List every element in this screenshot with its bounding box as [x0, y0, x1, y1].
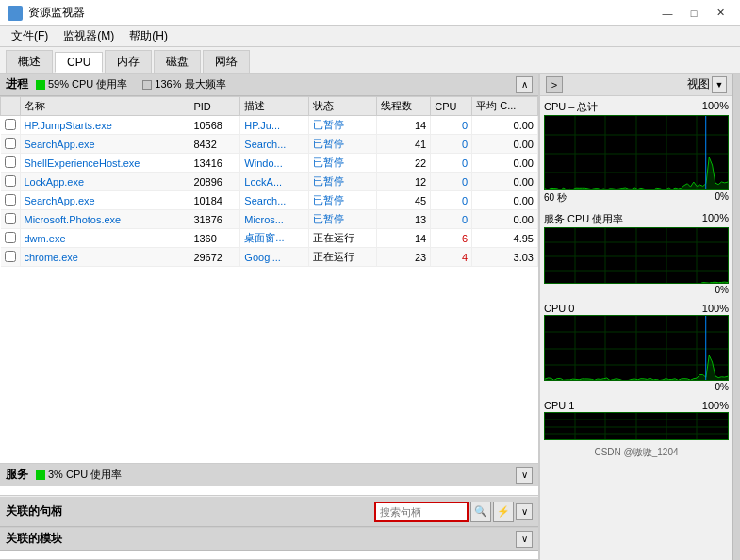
tab-memory[interactable]: 内存 — [105, 50, 152, 73]
service-cpu-graph — [544, 227, 729, 284]
row-cpu: 0 — [431, 154, 472, 173]
service-cpu-label: 服务 CPU 使用率 — [544, 212, 623, 226]
row-checkbox-cell — [1, 154, 21, 173]
maximize-button[interactable]: □ — [682, 4, 706, 23]
cpu1-percent: 100% — [702, 400, 729, 411]
handles-collapse-btn[interactable]: ∨ — [516, 503, 533, 520]
col-name[interactable]: 名称 — [20, 97, 189, 116]
row-desc: Search... — [240, 191, 308, 210]
process-title: 进程 — [6, 76, 28, 92]
service-cpu-label-row: 服务 CPU 使用率 100% — [544, 212, 729, 226]
view-label: 视图 — [687, 76, 710, 92]
services-title: 服务 — [6, 467, 28, 483]
table-row[interactable]: Microsoft.Photos.exe 31876 Micros... 已暂停… — [1, 210, 538, 229]
row-checkbox-cell — [1, 135, 21, 154]
row-checkbox-cell — [1, 229, 21, 248]
service-cpu-section: 服务 CPU 使用率 100% 0% — [540, 212, 732, 303]
cpu0-label-row: CPU 0 100% — [544, 303, 729, 314]
view-dropdown-button[interactable]: ▼ — [712, 76, 727, 93]
table-row[interactable]: LockApp.exe 20896 LockA... 已暂停 12 0 0.00 — [1, 173, 538, 191]
row-threads: 13 — [376, 210, 430, 229]
handles-header: 关联的句柄 🔍 ⚡ ∨ — [0, 496, 538, 527]
row-checkbox[interactable] — [5, 194, 16, 206]
col-cpu[interactable]: CPU — [431, 97, 472, 116]
table-row[interactable]: ShellExperienceHost.exe 13416 Windo... 已… — [1, 154, 538, 173]
table-row[interactable]: HP.JumpStarts.exe 10568 HP.Ju... 已暂停 14 … — [1, 116, 538, 135]
tab-cpu[interactable]: CPU — [55, 52, 103, 73]
col-status[interactable]: 状态 — [308, 97, 376, 116]
process-table: 名称 PID 描述 状态 线程数 CPU 平均 C... HP.JumpStar… — [0, 96, 538, 267]
tab-disk[interactable]: 磁盘 — [154, 50, 201, 73]
services-collapse-btn[interactable]: ∨ — [516, 467, 533, 484]
row-checkbox[interactable] — [5, 156, 16, 168]
tab-overview[interactable]: 概述 — [6, 50, 53, 73]
modules-section: 关联的模块 ∨ — [0, 528, 538, 560]
row-name: SearchApp.exe — [20, 135, 189, 154]
menu-help[interactable]: 帮助(H) — [122, 26, 175, 46]
row-checkbox[interactable] — [5, 232, 16, 243]
close-button[interactable]: ✕ — [708, 4, 732, 23]
right-scrollbar[interactable] — [732, 74, 740, 560]
row-checkbox-cell — [1, 116, 21, 135]
table-row[interactable]: chrome.exe 29672 Googl... 正在运行 23 4 3.03 — [1, 248, 538, 267]
service-cpu-canvas — [545, 228, 728, 284]
expand-button[interactable]: > — [546, 76, 563, 93]
col-checkbox — [1, 97, 21, 116]
main-layout: 进程 59% CPU 使用率 136% 最大频率 ∧ 名称 — [0, 74, 740, 560]
row-checkbox[interactable] — [5, 138, 16, 149]
tab-bar: 概述 CPU 内存 磁盘 网络 — [0, 47, 740, 74]
row-pid: 1360 — [189, 229, 240, 248]
row-avgcpu: 0.00 — [472, 173, 538, 191]
row-threads: 23 — [376, 248, 430, 267]
minimize-button[interactable]: — — [655, 4, 680, 23]
watermark-container: CSDN @嗷嗷_1204 — [540, 444, 732, 461]
row-checkbox[interactable] — [5, 213, 16, 224]
table-row[interactable]: dwm.exe 1360 桌面窗... 正在运行 14 6 4.95 — [1, 229, 538, 248]
row-cpu: 0 — [431, 173, 472, 191]
handles-search-button[interactable]: 🔍 — [470, 502, 491, 522]
handles-refresh-button[interactable]: ⚡ — [493, 502, 514, 522]
col-desc[interactable]: 描述 — [240, 97, 308, 116]
modules-title: 关联的模块 — [6, 531, 62, 547]
modules-collapse-btn[interactable]: ∨ — [516, 531, 533, 548]
row-checkbox[interactable] — [5, 175, 16, 187]
row-name: chrome.exe — [20, 248, 189, 267]
menu-file[interactable]: 文件(F) — [4, 26, 56, 46]
row-status: 正在运行 — [308, 248, 376, 267]
row-pid: 8432 — [189, 135, 240, 154]
max-freq-badge: 136% 最大频率 — [142, 77, 225, 91]
row-status: 已暂停 — [308, 173, 376, 191]
row-name: LockApp.exe — [20, 173, 189, 191]
row-avgcpu: 0.00 — [472, 210, 538, 229]
right-top-bar: > 视图 ▼ — [540, 74, 732, 96]
row-threads: 12 — [376, 173, 430, 191]
row-desc: HP.Ju... — [240, 116, 308, 135]
process-collapse-btn[interactable]: ∧ — [516, 76, 533, 93]
row-cpu: 0 — [431, 135, 472, 154]
services-cpu-badge: 3% CPU 使用率 — [36, 468, 122, 482]
cpu-total-graph — [544, 115, 729, 190]
tab-network[interactable]: 网络 — [203, 50, 250, 73]
row-avgcpu: 0.00 — [472, 116, 538, 135]
menu-bar: 文件(F) 监视器(M) 帮助(H) — [0, 26, 740, 47]
handles-search-wrapper: 🔍 ⚡ ∨ — [374, 502, 533, 522]
cpu0-time-row: 0% — [544, 382, 729, 392]
table-row[interactable]: SearchApp.exe 10184 Search... 已暂停 45 0 0… — [1, 191, 538, 210]
col-threads[interactable]: 线程数 — [376, 97, 430, 116]
row-checkbox-cell — [1, 191, 21, 210]
col-pid[interactable]: PID — [189, 97, 240, 116]
cpu1-label-row: CPU 1 100% — [544, 400, 729, 411]
row-checkbox[interactable] — [5, 251, 16, 262]
col-avgcpu[interactable]: 平均 C... — [472, 97, 538, 116]
handles-search-input[interactable] — [374, 502, 469, 522]
cpu1-label: CPU 1 — [544, 400, 574, 411]
cpu0-zero-percent: 0% — [715, 382, 729, 392]
row-avgcpu: 0.00 — [472, 135, 538, 154]
cpu-total-canvas — [545, 116, 728, 190]
row-checkbox[interactable] — [5, 119, 16, 130]
handles-title: 关联的句柄 — [6, 503, 62, 519]
menu-monitor[interactable]: 监视器(M) — [56, 26, 122, 46]
row-threads: 22 — [376, 154, 430, 173]
row-name: dwm.exe — [20, 229, 189, 248]
table-row[interactable]: SearchApp.exe 8432 Search... 已暂停 41 0 0.… — [1, 135, 538, 154]
